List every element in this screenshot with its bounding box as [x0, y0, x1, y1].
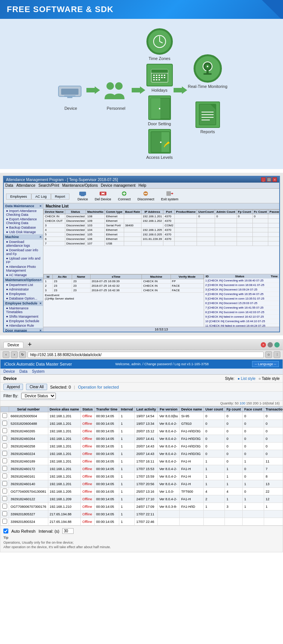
table-style-opt[interactable]: ○ Table style: [258, 377, 280, 381]
menu-device-mgmt[interactable]: Device management: [101, 183, 135, 188]
row-checkbox[interactable]: [2, 481, 7, 486]
operation-label[interactable]: Operation for selected: [78, 385, 119, 389]
row-checkbox[interactable]: [2, 519, 7, 524]
row-checkbox[interactable]: [2, 466, 7, 471]
sidebar-import[interactable]: ● Import Attendance Checking Data: [4, 209, 43, 217]
back-btn[interactable]: ‹: [3, 351, 9, 358]
btn-device[interactable]: Device: [76, 190, 90, 202]
btn-del-device[interactable]: Del Device: [93, 190, 113, 202]
menu-data[interactable]: Data: [5, 183, 13, 188]
svg-rect-1: [61, 89, 78, 95]
row-checkbox[interactable]: [2, 511, 7, 516]
page-title: FREE SOFTWARE & SDK: [7, 5, 114, 14]
btn-exit[interactable]: Exit system: [160, 190, 180, 202]
row-checkbox[interactable]: [2, 496, 7, 501]
language-btn[interactable]: -- Language --: [252, 361, 279, 367]
row-checkbox[interactable]: [2, 504, 7, 509]
auto-refresh-check[interactable]: [3, 529, 8, 533]
sidebar-header-schedule[interactable]: Employee Schedule×: [4, 301, 43, 306]
menu-attendance[interactable]: Attendance: [16, 183, 35, 188]
sidebar-header-maintenance[interactable]: Maintenance/Options×: [4, 277, 43, 283]
sidebar-header-machine[interactable]: Machine×: [4, 234, 43, 240]
sidebar-usb[interactable]: ● Usb Disk Manage: [4, 230, 43, 234]
row-checkbox[interactable]: [2, 436, 7, 441]
browser-close[interactable]: ×: [261, 342, 266, 347]
sidebar-upload-user[interactable]: ● Upload user info and FP: [4, 256, 43, 264]
btn-disconnect[interactable]: Disconnect: [136, 190, 156, 202]
close-btn[interactable]: ×: [272, 177, 277, 182]
menu-maintenance[interactable]: Maintenance/Options: [62, 183, 98, 188]
svg-rect-40: [206, 70, 209, 73]
sidebar-header-door[interactable]: Door manage×: [4, 328, 43, 332]
sidebar-timetable[interactable]: ● Maintenance Timetables: [4, 306, 43, 314]
th-transfer[interactable]: Transfer time: [94, 407, 119, 412]
log-table: Id Ac-No Name sTime Machine Verify Mode …: [43, 274, 204, 293]
th-alias[interactable]: Device alias name: [48, 407, 81, 412]
maximize-btn[interactable]: □: [267, 177, 271, 182]
row-checkbox[interactable]: [2, 473, 7, 478]
sidebar-download-user[interactable]: ● Download user info and Fp: [4, 248, 43, 256]
row-checkbox[interactable]: [2, 421, 7, 426]
sidebar-export[interactable]: ● Export Attendance Checking Data: [4, 217, 43, 225]
menu-help[interactable]: Help: [138, 183, 146, 188]
th-fw[interactable]: Fw version: [158, 407, 180, 412]
sidebar-employees[interactable]: ● Employees: [4, 292, 43, 296]
row-checkbox[interactable]: [2, 451, 7, 456]
svg-rect-26: [158, 79, 160, 80]
minimize-btn[interactable]: _: [261, 177, 266, 182]
device-data-table: Serial number Device alias name Status T…: [0, 406, 283, 526]
new-tab-btn[interactable]: +: [28, 341, 32, 349]
forward-btn[interactable]: ›: [11, 351, 18, 358]
qty-100[interactable]: 100: [240, 401, 245, 405]
sidebar-dept[interactable]: ● Department List: [4, 283, 43, 287]
th-serial[interactable]: Serial number: [9, 407, 48, 412]
append-btn[interactable]: Append: [3, 384, 23, 390]
sidebar-photo[interactable]: ● Attendance Photo Management: [4, 264, 43, 273]
list-item: 3929182460161192.168.1.201Offline00:00:1…: [1, 473, 283, 480]
interval-input[interactable]: 30: [62, 528, 74, 534]
menu-search[interactable]: Search/Print: [38, 183, 59, 188]
th-trans-count[interactable]: Transaction count: [264, 407, 283, 412]
tab-employees[interactable]: Employees: [6, 194, 31, 199]
row-checkbox[interactable]: [2, 458, 7, 463]
filter-select[interactable]: Device Status: [21, 393, 56, 399]
sidebar-emp-schedule[interactable]: ● Employee Schedule: [4, 319, 43, 323]
th-status[interactable]: Status: [81, 407, 95, 412]
row-checkbox[interactable]: [2, 428, 7, 433]
bookmark-btn[interactable]: ☆: [265, 351, 272, 358]
tab-ac-log[interactable]: AC Log: [31, 194, 51, 199]
address-bar[interactable]: http://192.168.1.88:8082/iclock/data/icl…: [28, 352, 264, 358]
nav-device[interactable]: Device: [3, 369, 15, 373]
row-checkbox[interactable]: [2, 413, 7, 418]
sidebar-download-logs[interactable]: ● Download attendance logs: [4, 240, 43, 248]
refresh-btn[interactable]: ↻: [19, 351, 26, 358]
svg-line-34: [164, 146, 165, 147]
th-face-count[interactable]: Face count: [243, 407, 264, 412]
row-checkbox[interactable]: [2, 443, 7, 448]
sidebar-ac[interactable]: ● AC Manage: [4, 273, 43, 277]
list-style-opt[interactable]: ● List style: [237, 377, 255, 381]
th-activity[interactable]: Last activity: [135, 407, 158, 412]
settings-btn[interactable]: ⋮: [274, 351, 280, 358]
sidebar-admin[interactable]: ● Administrator: [4, 287, 43, 292]
row-checkbox[interactable]: [2, 489, 7, 493]
browser-min[interactable]: [268, 342, 273, 347]
th-fp-count[interactable]: Fp count: [225, 407, 243, 412]
sidebar-attendance-rule[interactable]: ● Attendance Rule: [4, 323, 43, 328]
th-interval[interactable]: Interval: [119, 407, 135, 412]
tab-report[interactable]: Report: [51, 194, 69, 199]
sidebar-backup[interactable]: ● Backup Database: [4, 225, 43, 230]
win-controls[interactable]: _ □ ×: [261, 177, 277, 182]
th-device-name[interactable]: Device name: [180, 407, 204, 412]
clear-all-btn[interactable]: Clear All: [26, 384, 47, 390]
sidebar-db[interactable]: ● Database Option...: [4, 296, 43, 301]
nav-data[interactable]: Data: [20, 369, 28, 373]
sidebar-shifts[interactable]: ● Shifts Management: [4, 314, 43, 319]
nav-system[interactable]: System: [32, 369, 45, 373]
browser-max[interactable]: [274, 342, 280, 347]
btn-connect[interactable]: Connect: [117, 190, 132, 202]
tip-label: Tip: [3, 536, 8, 539]
browser-tab[interactable]: Device: [3, 342, 23, 348]
th-user-count[interactable]: User count: [204, 407, 225, 412]
sidebar-header-data[interactable]: Data Maintenance×: [4, 203, 43, 209]
